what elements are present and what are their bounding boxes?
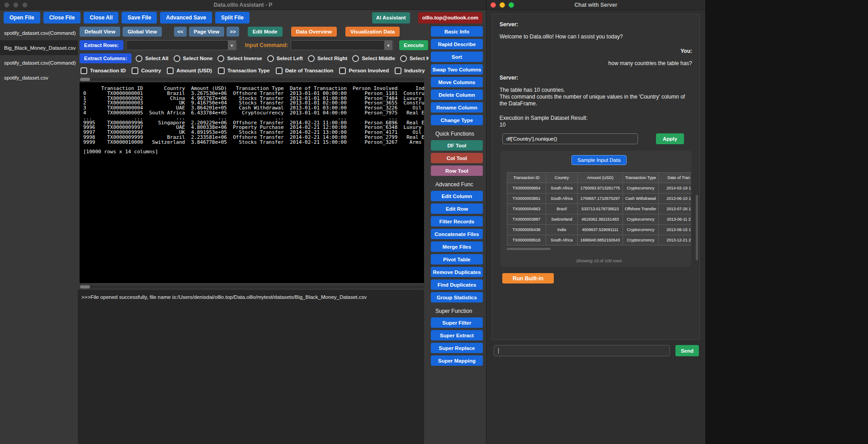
super-extract-button[interactable]: Super Extract bbox=[431, 330, 483, 340]
scrollbar-thumb[interactable] bbox=[80, 78, 90, 81]
advanced-save-button[interactable]: Advanced Save bbox=[160, 12, 212, 24]
radio-option-select-inverse[interactable]: Select Inverse bbox=[217, 55, 262, 62]
radio-option-select-all[interactable]: Select All bbox=[136, 55, 168, 62]
checkbox-icon bbox=[339, 67, 346, 74]
command-input[interactable]: df['Country'].nunique() bbox=[502, 133, 638, 144]
extract-columns-button[interactable]: Extract Columns: bbox=[80, 53, 132, 63]
default-view-button[interactable]: Default View bbox=[80, 27, 120, 37]
sample-table-scrollbar[interactable] bbox=[507, 248, 551, 250]
page-back-button[interactable]: << bbox=[174, 27, 186, 37]
chat-input[interactable]: | bbox=[494, 345, 670, 356]
checkbox-icon bbox=[276, 67, 283, 74]
close-file-button[interactable]: Close File bbox=[43, 12, 81, 24]
table-bottom-scrollbar[interactable] bbox=[80, 285, 424, 288]
open-file-button[interactable]: Open File bbox=[4, 12, 40, 24]
save-file-button[interactable]: Save File bbox=[122, 12, 157, 24]
df-tool-button[interactable]: DF Tool bbox=[431, 140, 483, 151]
remove-duplicates-button[interactable]: Remove Duplicates bbox=[431, 267, 483, 277]
send-button[interactable]: Send bbox=[675, 345, 699, 356]
split-file-button[interactable]: Split File bbox=[215, 12, 250, 24]
sample-table-row: TX0000008518South Africa1696940.88521926… bbox=[507, 235, 692, 246]
change-type-button[interactable]: Change Type bbox=[431, 115, 483, 125]
page-view-button[interactable]: Page View bbox=[189, 27, 225, 37]
execute-button[interactable]: Execute bbox=[399, 40, 428, 50]
chat-message: Server:Welcome to Data.olllo! How can I … bbox=[500, 21, 692, 40]
pivot-table-button[interactable]: Pivot Table bbox=[431, 254, 483, 265]
chat-titlebar: Chat with Server bbox=[486, 0, 705, 10]
super-filter-button[interactable]: Super Filter bbox=[431, 317, 483, 328]
visualization-data-button[interactable]: Visualization Data bbox=[345, 27, 400, 37]
radio-option-label: Select All bbox=[145, 56, 168, 61]
zoom-window-icon[interactable] bbox=[509, 2, 514, 8]
chat-window: Chat with Server Server:Welcome to Data.… bbox=[486, 0, 705, 444]
sample-input-data-button[interactable]: Sample Input Data bbox=[571, 155, 626, 165]
table-top-scrollbar[interactable] bbox=[80, 78, 424, 81]
radio-option-select-key[interactable]: Select Key bbox=[400, 55, 429, 62]
merge-files-button[interactable]: Merge Files bbox=[431, 241, 483, 252]
radio-option-label: Select Middle bbox=[362, 56, 395, 61]
column-checkbox-amount-usd[interactable]: Amount (USD) bbox=[167, 67, 212, 74]
edit-mode-button[interactable]: Edit Mode bbox=[248, 27, 283, 37]
scrollbar-thumb[interactable] bbox=[80, 285, 90, 288]
file-list-item[interactable]: Big_Black_Money_Dataset.csv bbox=[0, 40, 78, 55]
zoom-window-icon[interactable] bbox=[22, 2, 28, 8]
edit-column-button[interactable]: Edit Column bbox=[431, 191, 483, 201]
find-duplicates-button[interactable]: Find Duplicates bbox=[431, 279, 483, 290]
filter-records-button[interactable]: Filter Records bbox=[431, 216, 483, 227]
sort-button[interactable]: Sort bbox=[431, 52, 483, 62]
swap-two-columns-button[interactable]: Swap Two Columns bbox=[431, 64, 483, 75]
rename-column-button[interactable]: Rename Column bbox=[431, 102, 483, 113]
column-checkbox-transaction-id[interactable]: Transaction ID bbox=[80, 67, 126, 74]
col-tool-button[interactable]: Col Tool bbox=[431, 153, 483, 163]
global-view-button[interactable]: Global View bbox=[123, 27, 162, 37]
file-list-item[interactable]: spotify_dataset.csv bbox=[0, 70, 78, 85]
rapid-describe-button[interactable]: Rapid Describe bbox=[431, 39, 483, 49]
basic-info-button[interactable]: Basic Info bbox=[431, 26, 483, 37]
data-overview-button[interactable]: Data Overview bbox=[291, 27, 337, 37]
close-window-icon[interactable] bbox=[4, 2, 9, 8]
account-button[interactable]: olllo.top@outlook.com bbox=[418, 12, 482, 24]
row-tool-button[interactable]: Row Tool bbox=[431, 165, 483, 176]
extract-rows-button[interactable]: Extract Rows: bbox=[80, 40, 123, 50]
radio-option-select-left[interactable]: Select Left bbox=[267, 55, 303, 62]
run-builtin-button[interactable]: Run Built-in bbox=[502, 273, 554, 283]
ai-assistant-button[interactable]: AI Assistant bbox=[372, 12, 410, 24]
column-checkbox-person-involved[interactable]: Person Involved bbox=[339, 67, 389, 74]
edit-row-button[interactable]: Edit Row bbox=[431, 203, 483, 214]
chat-scrollbar-thumb[interactable] bbox=[696, 195, 698, 260]
concatenate-files-button[interactable]: Concatenate Files bbox=[431, 229, 483, 239]
chat-message-role: You: bbox=[500, 48, 692, 54]
sample-table-cell: 1709657.1710575297 bbox=[578, 194, 623, 204]
file-list-item[interactable]: spotify_dataset.csv(Command) bbox=[0, 25, 78, 40]
file-list-item[interactable]: spotify_dataset.csv(Command) bbox=[0, 55, 78, 70]
radio-option-select-none[interactable]: Select None bbox=[174, 55, 213, 62]
group-statistics-button[interactable]: Group Statistics bbox=[431, 292, 483, 302]
minimize-window-icon[interactable] bbox=[500, 2, 505, 8]
move-columns-button[interactable]: Move Columns bbox=[431, 77, 483, 87]
log-text: >>>File opened successfully, file name i… bbox=[81, 294, 420, 300]
sample-table-cell: Cryptocurrency bbox=[623, 183, 659, 194]
close-all-button[interactable]: Close All bbox=[84, 12, 118, 24]
super-replace-button[interactable]: Super Replace bbox=[431, 343, 483, 353]
column-checkbox-date-of-transaction[interactable]: Date of Transaction bbox=[276, 67, 334, 74]
close-window-icon[interactable] bbox=[491, 2, 496, 8]
chat-log[interactable]: Server:Welcome to Data.olllo! How can I … bbox=[492, 14, 700, 340]
apply-button[interactable]: Apply bbox=[656, 133, 684, 144]
delete-column-button[interactable]: Delete Column bbox=[431, 90, 483, 100]
radio-icon bbox=[136, 55, 142, 62]
radio-option-select-middle[interactable]: Select Middle bbox=[352, 55, 395, 62]
super-mapping-button[interactable]: Super Mapping bbox=[431, 355, 483, 366]
column-checkbox-industry[interactable]: Industry bbox=[395, 67, 425, 74]
dataframe-text: Transaction ID Country Amount (USD) Tran… bbox=[83, 86, 424, 155]
page-forward-button[interactable]: >> bbox=[226, 27, 239, 37]
sample-table-cell: TX0000009954 bbox=[507, 183, 546, 194]
extract-rows-dropdown[interactable]: ▾ bbox=[126, 40, 237, 50]
column-checkbox-country[interactable]: Country bbox=[132, 67, 161, 74]
sample-table-cell: TX0000004963 bbox=[507, 204, 546, 214]
minimize-window-icon[interactable] bbox=[13, 2, 19, 8]
radio-option-select-right[interactable]: Select Right bbox=[308, 55, 347, 62]
column-checkbox-transaction-type[interactable]: Transaction Type bbox=[218, 67, 270, 74]
dataframe-view[interactable]: Transaction ID Country Amount (USD) Tran… bbox=[80, 82, 424, 283]
chat-message-text: The table has 10 countries.This command … bbox=[500, 87, 692, 107]
input-command-dropdown[interactable]: ▾ bbox=[291, 40, 393, 50]
